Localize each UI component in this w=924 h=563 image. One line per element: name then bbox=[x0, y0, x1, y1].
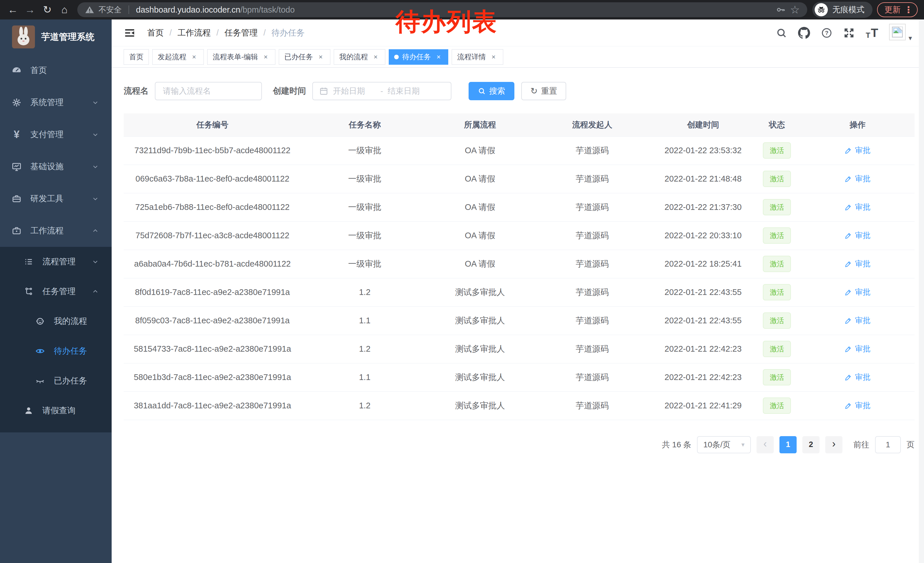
app-logo[interactable]: 芋道管理系统 bbox=[0, 20, 112, 54]
breadcrumb-home[interactable]: 首页 bbox=[147, 27, 164, 39]
incognito-badge: 无痕模式 bbox=[812, 2, 873, 18]
approve-link[interactable]: 审批 bbox=[845, 372, 870, 382]
col-starter: 流程发起人 bbox=[532, 113, 653, 136]
tab-start-process[interactable]: 发起流程× bbox=[152, 49, 204, 65]
sidebar-item-home[interactable]: 首页 bbox=[0, 54, 112, 87]
approve-link[interactable]: 审批 bbox=[845, 287, 870, 297]
sidebar-item-payment[interactable]: ¥ 支付管理 bbox=[0, 119, 112, 151]
process-name-label: 流程名 bbox=[124, 86, 148, 97]
next-page-button[interactable]: › bbox=[825, 436, 842, 453]
help-icon[interactable]: ? bbox=[821, 27, 832, 39]
tags-view: 首页 发起流程× 流程表单-编辑× 已办任务× 我的流程× 待办任务× bbox=[112, 47, 924, 68]
active-tab-dot bbox=[394, 55, 399, 59]
table-row: 8f0d1619-7ac8-11ec-a9e2-a2380e71991a 1.2… bbox=[124, 278, 915, 306]
search-button[interactable]: 搜索 bbox=[469, 82, 514, 100]
fullscreen-icon[interactable] bbox=[843, 27, 855, 39]
browser-update-button[interactable]: 更新 ⋮ bbox=[877, 2, 918, 17]
browser-reload-icon[interactable]: ↻ bbox=[39, 2, 55, 18]
approve-link[interactable]: 审批 bbox=[845, 145, 870, 156]
browser-toolbar: ← → ↻ ⌂ 不安全 dashboard.yudao.iocoder.cn/b… bbox=[0, 0, 924, 20]
browser-scrollbar[interactable] bbox=[919, 20, 924, 563]
approve-link[interactable]: 审批 bbox=[845, 315, 870, 326]
eye-closed-icon bbox=[34, 376, 46, 386]
url-bar[interactable]: 不安全 dashboard.yudao.iocoder.cn/bpm/task/… bbox=[77, 2, 807, 17]
filter-form: 流程名 创建时间 - bbox=[124, 82, 915, 100]
tab-done-tasks[interactable]: 已办任务× bbox=[279, 49, 330, 65]
navbar-actions: ? TT bbox=[776, 24, 912, 42]
flow-icon bbox=[22, 287, 35, 296]
browser-forward-icon[interactable]: → bbox=[22, 2, 38, 18]
github-icon[interactable] bbox=[798, 27, 810, 39]
sidebar-item-infrastructure[interactable]: 基础设施 bbox=[0, 151, 112, 183]
chevron-down-icon bbox=[92, 99, 99, 106]
breadcrumb-workflow[interactable]: 工作流程 bbox=[177, 27, 211, 39]
sidebar-item-workflow[interactable]: 工作流程 bbox=[0, 215, 112, 247]
avatar[interactable] bbox=[889, 24, 906, 41]
total-count: 共 16 条 bbox=[662, 439, 691, 450]
search-icon[interactable] bbox=[776, 27, 787, 39]
tab-todo-tasks[interactable]: 待办任务× bbox=[389, 49, 448, 65]
close-icon[interactable]: × bbox=[434, 53, 443, 61]
edit-icon bbox=[845, 402, 852, 409]
sidebar-item-todo-tasks[interactable]: 待办任务 bbox=[0, 336, 112, 366]
approve-link[interactable]: 审批 bbox=[845, 400, 870, 411]
sidebar-item-system[interactable]: 系统管理 bbox=[0, 87, 112, 119]
browser-back-icon[interactable]: ← bbox=[5, 2, 21, 18]
bookmark-star-icon[interactable]: ☆ bbox=[790, 4, 800, 15]
page-button-2[interactable]: 2 bbox=[802, 436, 819, 453]
date-range-picker[interactable]: - bbox=[312, 82, 452, 100]
sidebar-collapse-icon[interactable] bbox=[124, 27, 136, 39]
avatar-caret-icon[interactable]: ▾ bbox=[909, 34, 912, 42]
status-badge: 激活 bbox=[763, 227, 791, 244]
tab-form-edit[interactable]: 流程表单-编辑× bbox=[207, 49, 275, 65]
edit-icon bbox=[845, 317, 852, 324]
face-icon bbox=[34, 317, 46, 326]
edit-icon bbox=[845, 175, 852, 182]
col-status: 状态 bbox=[753, 113, 801, 136]
sidebar-item-devtools[interactable]: 研发工具 bbox=[0, 183, 112, 215]
insecure-label[interactable]: 不安全 bbox=[99, 5, 122, 15]
insecure-warning-icon bbox=[85, 5, 94, 15]
font-size-icon[interactable]: TT bbox=[866, 26, 878, 40]
approve-link[interactable]: 审批 bbox=[845, 174, 870, 184]
tab-process-detail[interactable]: 流程详情× bbox=[452, 49, 503, 65]
breadcrumb-task-management[interactable]: 任务管理 bbox=[224, 27, 258, 39]
chevron-down-icon bbox=[92, 258, 99, 266]
approve-link[interactable]: 审批 bbox=[845, 258, 870, 269]
process-name-input[interactable] bbox=[155, 82, 262, 100]
sidebar-item-my-process[interactable]: 我的流程 bbox=[0, 306, 112, 336]
col-task-name: 任务名称 bbox=[301, 113, 428, 136]
end-date-input[interactable] bbox=[388, 87, 430, 96]
approve-link[interactable]: 审批 bbox=[845, 202, 870, 212]
close-icon[interactable]: × bbox=[316, 53, 325, 61]
reset-button[interactable]: ↻ 重置 bbox=[521, 82, 566, 100]
prev-page-button[interactable]: ‹ bbox=[756, 436, 774, 453]
tab-my-process[interactable]: 我的流程× bbox=[334, 49, 385, 65]
start-date-input[interactable] bbox=[333, 87, 376, 96]
status-badge: 激活 bbox=[763, 369, 791, 386]
status-badge: 激活 bbox=[763, 199, 791, 215]
browser-home-icon[interactable]: ⌂ bbox=[57, 2, 72, 18]
close-icon[interactable]: × bbox=[371, 53, 380, 61]
goto-page-input[interactable] bbox=[875, 436, 901, 453]
logo-avatar bbox=[12, 26, 35, 48]
browser-menu-icon[interactable]: ⋮ bbox=[904, 4, 913, 15]
approve-link[interactable]: 审批 bbox=[845, 344, 870, 354]
close-icon[interactable]: × bbox=[190, 53, 198, 61]
page-size-select[interactable]: 10条/页 ▾ bbox=[697, 436, 751, 453]
page-button-1[interactable]: 1 bbox=[780, 436, 796, 453]
search-icon bbox=[478, 87, 486, 95]
close-icon[interactable]: × bbox=[489, 53, 498, 61]
tab-home[interactable]: 首页 bbox=[124, 49, 149, 65]
close-icon[interactable]: × bbox=[261, 53, 270, 61]
sidebar-item-task-management[interactable]: 任务管理 bbox=[0, 277, 112, 306]
sidebar-item-leave-query[interactable]: 请假查询 bbox=[0, 396, 112, 426]
sidebar-item-done-tasks[interactable]: 已办任务 bbox=[0, 366, 112, 396]
approve-link[interactable]: 审批 bbox=[845, 230, 870, 240]
table-row: 725a1eb6-7b88-11ec-8ef0-acde48001122 一级审… bbox=[124, 193, 915, 221]
chevron-down-icon bbox=[92, 195, 99, 203]
table-row: 75d72608-7b7f-11ec-a3c8-acde48001122 一级审… bbox=[124, 221, 915, 250]
sidebar-item-process-management[interactable]: 流程管理 bbox=[0, 247, 112, 277]
chevron-down-icon bbox=[92, 131, 99, 138]
password-key-icon[interactable] bbox=[776, 5, 786, 15]
